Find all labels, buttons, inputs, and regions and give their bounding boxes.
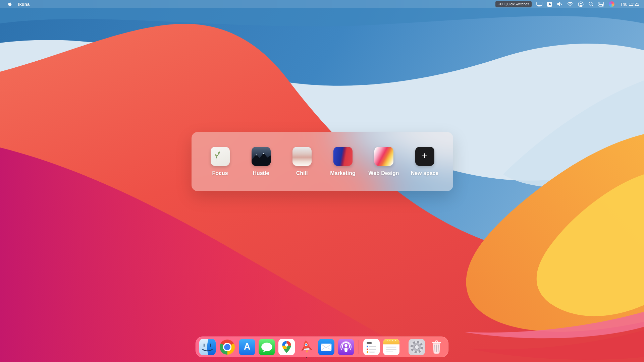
space-item-new-space[interactable]: + New space (408, 147, 441, 176)
dock: A (196, 337, 448, 357)
menu-bar: Ikuna QuickSwitcher A (0, 0, 644, 8)
space-item-web-design[interactable]: Web Design (367, 147, 400, 176)
user-account-icon[interactable] (578, 1, 584, 7)
trash-icon[interactable] (428, 339, 445, 355)
chrome-disc (220, 340, 235, 355)
space-item-chill[interactable]: Chill (285, 147, 319, 176)
apple-logo-icon[interactable] (7, 1, 12, 7)
finder-icon[interactable] (199, 339, 216, 355)
plus-icon: + (422, 151, 428, 161)
input-source-icon[interactable]: A (547, 2, 552, 7)
podcasts-icon[interactable] (338, 339, 354, 355)
space-thumbnail-chill (292, 147, 312, 166)
notes-icon[interactable] (383, 339, 399, 355)
chrome-icon[interactable] (219, 339, 235, 355)
volume-muted-icon[interactable] (557, 2, 562, 6)
dock-separator (404, 340, 404, 354)
space-label: New space (411, 170, 439, 176)
active-app-name[interactable]: Ikuna (18, 2, 30, 7)
space-label: Focus (212, 170, 228, 176)
app-store-icon[interactable]: A (239, 339, 255, 355)
space-thumbnail-hustle (252, 147, 271, 166)
spaces-switcher-panel: Focus Hustle Chill Marketing Web Design … (192, 132, 453, 191)
new-space-button[interactable]: + (415, 147, 434, 166)
quickswitcher-icon (498, 2, 503, 6)
wifi-icon[interactable] (567, 2, 573, 7)
quickswitcher-menu-item[interactable]: QuickSwitcher (495, 1, 532, 7)
space-label: Hustle (253, 170, 269, 176)
space-item-focus[interactable]: Focus (203, 147, 237, 176)
plant-art (211, 147, 230, 166)
control-center-icon[interactable] (598, 1, 604, 7)
running-indicator-dot (306, 357, 307, 358)
space-thumbnail-marketing (333, 147, 353, 166)
dock-separator (359, 340, 359, 354)
space-label: Marketing (330, 170, 356, 176)
menu-bar-clock[interactable]: Thu 11:22 (620, 2, 639, 7)
messages-icon[interactable] (259, 339, 275, 355)
space-label: Web Design (368, 170, 399, 176)
space-label: Chill (296, 170, 308, 176)
space-item-marketing[interactable]: Marketing (326, 147, 360, 176)
display-icon[interactable] (536, 2, 542, 7)
siri-icon[interactable] (609, 1, 614, 7)
app-store-letter: A (244, 342, 251, 351)
system-preferences-icon[interactable] (409, 339, 425, 355)
quickswitcher-label: QuickSwitcher (504, 2, 529, 6)
space-item-hustle[interactable]: Hustle (244, 147, 278, 176)
mail-icon[interactable] (318, 339, 334, 355)
space-thumbnail-focus (211, 147, 230, 166)
menu-bar-left: Ikuna (5, 1, 30, 7)
reminders-icon[interactable] (363, 339, 380, 355)
space-thumbnail-web-design (374, 147, 393, 166)
maps-icon[interactable] (278, 339, 295, 355)
app-store-tile: A (239, 339, 255, 355)
menu-bar-status-area: QuickSwitcher A (495, 1, 639, 7)
spotlight-search-icon[interactable] (588, 1, 594, 7)
rocket-app-icon[interactable] (298, 339, 315, 355)
mountains-art (252, 147, 271, 166)
